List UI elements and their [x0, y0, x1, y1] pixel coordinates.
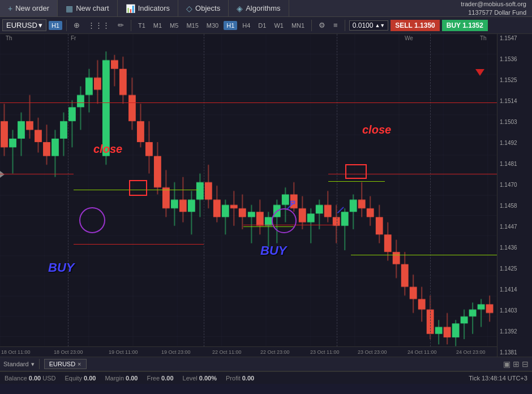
- time-label-10: 24 Oct 23:00: [456, 349, 486, 355]
- price-level-7: 1.1481: [500, 161, 530, 167]
- price-level-8: 1.1470: [500, 182, 530, 188]
- sell-button[interactable]: SELL 1.1350: [391, 20, 440, 31]
- tab-layout-icon-1[interactable]: ▣: [503, 359, 510, 369]
- user-fund: 1137577 Dollar Fund: [468, 8, 526, 16]
- tf-m5[interactable]: M5: [167, 21, 181, 30]
- new-chart-icon: ▦: [66, 4, 73, 13]
- tick-label: Tick: [469, 375, 480, 382]
- buy-button[interactable]: BUY 1.1352: [442, 20, 488, 31]
- price-level-15: 1.1392: [500, 328, 530, 335]
- objects-button[interactable]: ◇ Objects: [178, 0, 229, 16]
- indicators-icon: 📊: [126, 4, 135, 13]
- separator-2: [131, 20, 131, 31]
- price-level-14: 1.1403: [500, 307, 530, 314]
- h-line-green-3: [351, 255, 497, 255]
- zoom-icon[interactable]: ⋮⋮⋮: [85, 20, 113, 31]
- objects-label: Objects: [195, 4, 220, 12]
- day-separator-3: [337, 34, 337, 346]
- tf-t1[interactable]: T1: [135, 21, 148, 30]
- tab-layout-icon-2[interactable]: ⊞: [513, 359, 520, 369]
- tab-eurusd[interactable]: EURUSD ×: [44, 359, 87, 369]
- chart-canvas: [0, 34, 532, 357]
- tf-w1[interactable]: W1: [271, 21, 286, 30]
- time-label-6: 22 Oct 23:00: [260, 349, 290, 355]
- h-line-green-2: [328, 181, 385, 182]
- time-label-8: 23 Oct 23:00: [358, 349, 387, 355]
- price-level-5: 1.1503: [500, 119, 530, 125]
- tab-icon-group: ▣ ⊞ ⊟: [503, 359, 529, 369]
- price-level-11: 1.1436: [500, 245, 530, 251]
- day-separator-2: [204, 34, 204, 346]
- margin-value: 0.00: [126, 375, 138, 382]
- chart-area[interactable]: Th Fr We Th BUY BUY close close 1.1547 1…: [0, 34, 532, 357]
- tick-info: Tick 13:48:14 UTC+3: [469, 375, 527, 382]
- tab-standard-label: Standard: [3, 361, 29, 367]
- tab-layout-icon-3[interactable]: ⊟: [522, 359, 529, 369]
- new-order-button[interactable]: + New order: [0, 0, 58, 16]
- balance-value: 0.00: [29, 375, 41, 382]
- balance-label: Balance: [5, 375, 27, 382]
- bottom-tabs: Standard ▾ EURUSD × ▣ ⊞ ⊟: [0, 357, 532, 371]
- algorithms-icon: ◈: [237, 4, 243, 13]
- tick-value: 13:48:14: [482, 375, 506, 382]
- tf-h1[interactable]: H1: [49, 21, 62, 30]
- price-level-16: 1.1381: [500, 349, 530, 356]
- left-arrow-icon: [0, 171, 5, 178]
- algorithms-button[interactable]: ◈ Algorithms: [229, 0, 289, 16]
- indicators-label: Indicators: [138, 4, 170, 12]
- level-value: 0.00%: [199, 375, 217, 382]
- tf-d1[interactable]: D1: [255, 21, 269, 30]
- tab-separator: [39, 359, 40, 369]
- h-line-red-1: [0, 102, 497, 103]
- price-level-1: 1.1547: [500, 35, 530, 41]
- tab-standard-selector[interactable]: Standard ▾: [3, 361, 35, 368]
- indicators-button[interactable]: 📊 Indicators: [118, 0, 178, 16]
- day-label-th1: Th: [6, 35, 12, 41]
- price-step[interactable]: 0.0100 ▲▼: [349, 20, 389, 31]
- price-level-12: 1.1425: [500, 265, 530, 272]
- crosshair-icon[interactable]: ⊕: [71, 20, 83, 31]
- price-level-2: 1.1536: [500, 56, 530, 62]
- tf-mn1[interactable]: MN1: [289, 21, 307, 30]
- price-axis: 1.1547 1.1536 1.1525 1.1514 1.1503 1.149…: [497, 34, 532, 357]
- close-rect-1: [129, 180, 147, 196]
- time-label-1: 18 Oct 11:00: [1, 349, 31, 355]
- price-level-13: 1.1414: [500, 286, 530, 293]
- price-level-4: 1.1514: [500, 98, 530, 104]
- settings-icon[interactable]: ⚙: [316, 20, 328, 31]
- free-value: 0.00: [161, 375, 173, 382]
- profit-value: 0.00: [242, 375, 254, 382]
- profit-label: Profit: [226, 375, 241, 382]
- symbol-selector[interactable]: EURUSD ▾: [2, 19, 46, 31]
- new-chart-button[interactable]: ▦ New chart: [58, 0, 118, 16]
- level-label: Level: [183, 375, 198, 382]
- price-level-9: 1.1458: [500, 203, 530, 209]
- draw-icon[interactable]: ✏: [115, 20, 127, 31]
- tf-h1-btn[interactable]: H1: [224, 21, 237, 30]
- separator-3: [311, 20, 312, 31]
- tf-h4[interactable]: H4: [239, 21, 253, 30]
- day-separator-1: [68, 34, 68, 346]
- tf-m15[interactable]: M15: [183, 21, 201, 30]
- algorithms-label: Algorithms: [246, 4, 280, 12]
- time-label-5: 22 Oct 11:00: [212, 349, 242, 355]
- day-label-fr: Fr: [71, 35, 76, 41]
- price-step-arrows: ▲▼: [375, 23, 385, 28]
- tf-m30[interactable]: M30: [204, 21, 221, 30]
- template-icon[interactable]: ≡: [331, 20, 341, 31]
- h-line-red-3: [74, 244, 204, 245]
- tab-close-button[interactable]: ×: [78, 361, 81, 367]
- close-annotation-1: close: [93, 143, 122, 156]
- top-toolbar: + New order ▦ New chart 📊 Indicators ◇ O…: [0, 0, 532, 17]
- tf-m1[interactable]: M1: [151, 21, 165, 30]
- triangle-indicator: [475, 69, 484, 76]
- profit-item: Profit 0.00: [226, 375, 254, 382]
- balance-currency: USD: [42, 375, 55, 382]
- status-bar: Balance 0.00 USD Equity 0.00 Margin 0.00…: [0, 371, 532, 384]
- price-step-value: 0.0100: [353, 22, 374, 29]
- buy-circle-1: [79, 207, 105, 233]
- time-label-4: 19 Oct 23:00: [161, 349, 191, 355]
- chart-toolbar: EURUSD ▾ H1 ⊕ ⋮⋮⋮ ✏ T1 M1 M5 M15 M30 H1 …: [0, 17, 532, 34]
- equity-label: Equity: [65, 375, 82, 382]
- time-label-3: 19 Oct 11:00: [109, 349, 138, 355]
